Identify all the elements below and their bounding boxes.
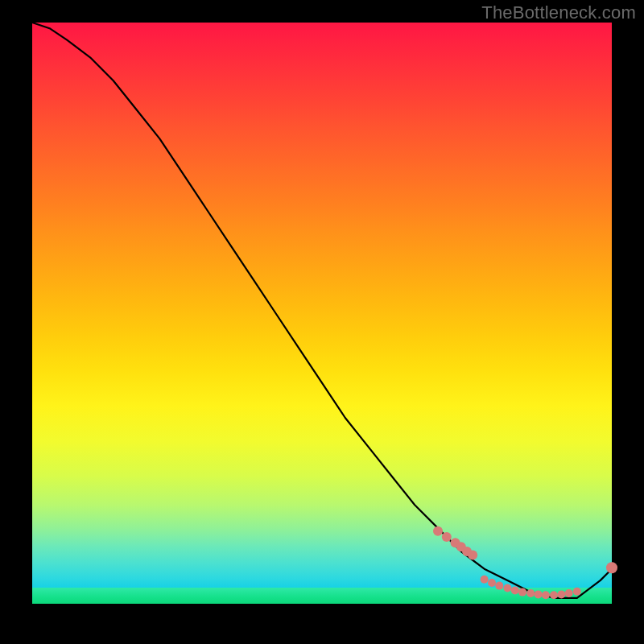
data-point	[481, 576, 489, 584]
data-point	[542, 591, 550, 599]
data-point	[488, 579, 496, 587]
data-point	[518, 588, 526, 597]
data-point	[606, 562, 617, 573]
data-point	[468, 550, 477, 559]
chart-svg	[32, 23, 612, 604]
data-point	[550, 591, 558, 599]
bottleneck-curve-line	[32, 23, 612, 598]
data-point	[557, 590, 565, 598]
data-point	[433, 526, 443, 536]
data-point	[573, 588, 581, 596]
data-point	[565, 589, 573, 597]
data-point	[526, 589, 535, 597]
data-point	[442, 532, 452, 542]
data-point	[511, 586, 519, 594]
watermark-text: TheBottleneck.com	[481, 2, 636, 23]
data-point	[503, 584, 511, 592]
chart-plot-area	[32, 23, 612, 604]
data-point	[535, 590, 543, 598]
data-point	[495, 582, 503, 590]
